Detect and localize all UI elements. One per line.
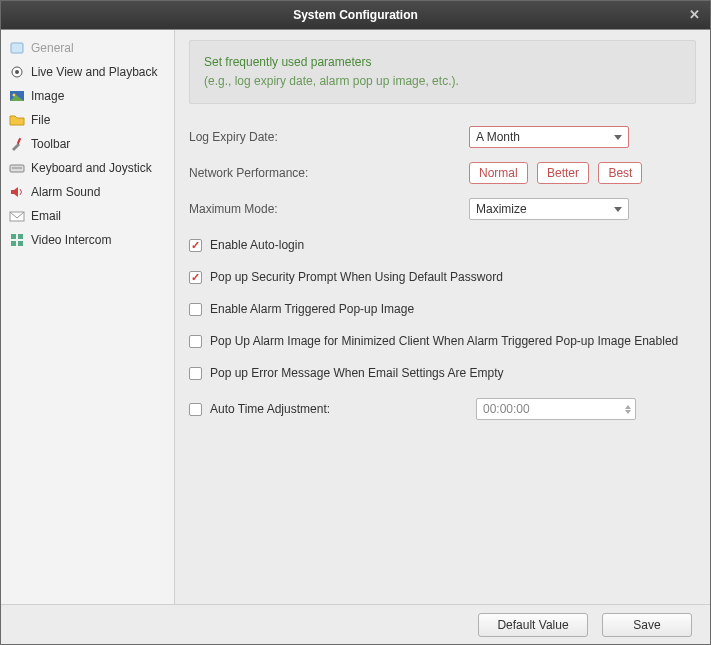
sidebar-item-label: General — [31, 41, 74, 55]
speaker-icon — [9, 184, 25, 200]
row-network-perf: Network Performance: Normal Better Best — [189, 166, 696, 180]
checkbox-security-prompt[interactable] — [189, 271, 202, 284]
tools-icon — [9, 136, 25, 152]
hint-line1: Set frequently used parameters — [204, 53, 681, 72]
email-icon — [9, 208, 25, 224]
row-alarm-popup: Enable Alarm Triggered Pop-up Image — [189, 302, 696, 316]
sidebar-item-label: File — [31, 113, 50, 127]
checkbox-auto-login[interactable] — [189, 239, 202, 252]
close-icon[interactable]: ✕ — [686, 6, 702, 22]
checkbox-alarm-popup[interactable] — [189, 303, 202, 316]
spin-down-icon[interactable] — [625, 410, 631, 414]
svg-rect-0 — [11, 43, 23, 53]
save-button[interactable]: Save — [602, 613, 692, 637]
sidebar-item-label: Toolbar — [31, 137, 70, 151]
sidebar-item-label: Image — [31, 89, 64, 103]
label-network-perf: Network Performance: — [189, 166, 469, 180]
network-perf-group: Normal Better Best — [469, 166, 648, 180]
label-alarm-popup: Enable Alarm Triggered Pop-up Image — [210, 302, 414, 316]
sidebar-item-general[interactable]: General — [1, 36, 174, 60]
sidebar-item-alarm-sound[interactable]: Alarm Sound — [1, 180, 174, 204]
label-auto-login: Enable Auto-login — [210, 238, 304, 252]
row-log-expiry: Log Expiry Date: A Month — [189, 126, 696, 148]
row-email-error: Pop up Error Message When Email Settings… — [189, 366, 696, 380]
time-spinner[interactable]: 00:00:00 — [476, 398, 636, 420]
window-body: General Live View and Playback Image Fil… — [1, 29, 710, 604]
default-value-button[interactable]: Default Value — [478, 613, 588, 637]
label-max-mode: Maximum Mode: — [189, 202, 469, 216]
settings-form: Log Expiry Date: A Month Network Perform… — [189, 126, 696, 420]
sidebar-item-label: Email — [31, 209, 61, 223]
sidebar-item-video-intercom[interactable]: Video Intercom — [1, 228, 174, 252]
row-min-client: Pop Up Alarm Image for Minimized Client … — [189, 334, 696, 348]
sidebar-item-keyboard[interactable]: Keyboard and Joystick — [1, 156, 174, 180]
spin-up-icon[interactable] — [625, 405, 631, 409]
sidebar-item-label: Video Intercom — [31, 233, 112, 247]
label-log-expiry: Log Expiry Date: — [189, 130, 469, 144]
chevron-down-icon — [614, 135, 622, 140]
row-max-mode: Maximum Mode: Maximize — [189, 198, 696, 220]
sidebar-item-live-view[interactable]: Live View and Playback — [1, 60, 174, 84]
row-auto-time: Auto Time Adjustment: 00:00:00 — [189, 398, 696, 420]
spinner-arrows — [625, 405, 631, 414]
sidebar-item-image[interactable]: Image — [1, 84, 174, 108]
perf-best-button[interactable]: Best — [598, 162, 642, 184]
grid-icon — [9, 232, 25, 248]
label-email-error: Pop up Error Message When Email Settings… — [210, 366, 503, 380]
sidebar: General Live View and Playback Image Fil… — [1, 30, 175, 604]
perf-better-button[interactable]: Better — [537, 162, 589, 184]
sidebar-item-email[interactable]: Email — [1, 204, 174, 228]
perf-normal-button[interactable]: Normal — [469, 162, 528, 184]
select-max-mode[interactable]: Maximize — [469, 198, 629, 220]
select-log-expiry[interactable]: A Month — [469, 126, 629, 148]
footer: Default Value Save — [1, 604, 710, 644]
sidebar-item-label: Keyboard and Joystick — [31, 161, 152, 175]
sidebar-item-toolbar[interactable]: Toolbar — [1, 132, 174, 156]
image-icon — [9, 88, 25, 104]
sidebar-item-file[interactable]: File — [1, 108, 174, 132]
chevron-down-icon — [614, 207, 622, 212]
select-value: Maximize — [476, 202, 527, 216]
system-configuration-window: System Configuration ✕ General Live View… — [0, 0, 711, 645]
titlebar: System Configuration ✕ — [1, 1, 710, 29]
keyboard-icon — [9, 160, 25, 176]
row-auto-login: Enable Auto-login — [189, 238, 696, 252]
row-security-prompt: Pop up Security Prompt When Using Defaul… — [189, 270, 696, 284]
label-security-prompt: Pop up Security Prompt When Using Defaul… — [210, 270, 503, 284]
main-panel: Set frequently used parameters (e.g., lo… — [175, 30, 710, 604]
hint-line2: (e.g., log expiry date, alarm pop up ima… — [204, 72, 681, 91]
checkbox-email-error[interactable] — [189, 367, 202, 380]
svg-rect-10 — [18, 234, 23, 239]
eye-icon — [9, 64, 25, 80]
checkbox-auto-time[interactable] — [189, 403, 202, 416]
time-value: 00:00:00 — [483, 402, 530, 416]
checkbox-min-client[interactable] — [189, 335, 202, 348]
svg-rect-12 — [18, 241, 23, 246]
label-auto-time: Auto Time Adjustment: — [210, 402, 468, 416]
sidebar-item-label: Alarm Sound — [31, 185, 100, 199]
select-value: A Month — [476, 130, 520, 144]
svg-rect-5 — [17, 138, 21, 144]
svg-point-2 — [15, 70, 19, 74]
window-title: System Configuration — [293, 8, 418, 22]
svg-rect-9 — [11, 234, 16, 239]
general-icon — [9, 40, 25, 56]
sidebar-item-label: Live View and Playback — [31, 65, 158, 79]
hint-box: Set frequently used parameters (e.g., lo… — [189, 40, 696, 104]
svg-rect-11 — [11, 241, 16, 246]
folder-icon — [9, 112, 25, 128]
label-min-client: Pop Up Alarm Image for Minimized Client … — [210, 334, 678, 348]
